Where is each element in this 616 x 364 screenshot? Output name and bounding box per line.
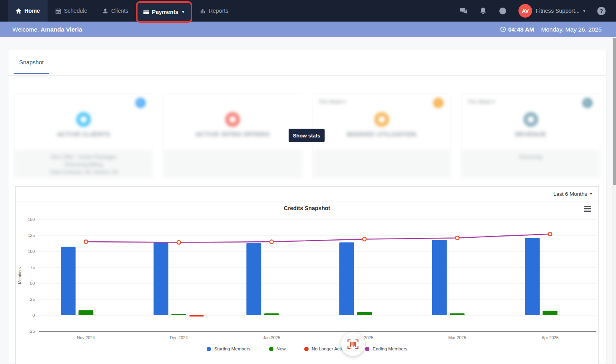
period-selector[interactable]: This Week ▾ (319, 99, 346, 105)
account-menu[interactable]: AV Fitness Support... ▾ (518, 4, 585, 18)
chart-title-row: Credits Snapshot (16, 201, 598, 217)
footer-line: Total Contract: 45, Alumni: 36 (15, 168, 153, 176)
gear-icon[interactable]: ↻ (433, 98, 443, 108)
card-footer: Intro Offer - Active Packages Recurring … (15, 150, 153, 178)
credit-card-icon (143, 9, 149, 15)
nav-schedule-label: Schedule (64, 8, 87, 14)
navbar-tools: AV Fitness Support... ▾ ? (460, 4, 616, 18)
range-chevron-down-icon: ▾ (590, 192, 592, 196)
svg-text:125: 125 (28, 233, 35, 238)
gear-icon[interactable]: ↻ (136, 98, 146, 108)
svg-text:Jan 2025: Jan 2025 (263, 335, 280, 340)
card-title: ACTIVE INTRO OFFERS (196, 131, 270, 137)
nav-reports[interactable]: Reports (192, 0, 236, 22)
tab-snapshot[interactable]: Snapshot (19, 59, 44, 66)
tab-bar: Snapshot (8, 50, 606, 76)
notifications-button[interactable] (479, 7, 487, 15)
legend-label: New (277, 346, 286, 351)
svg-text:150: 150 (28, 217, 35, 222)
card-title: ACTIVE CLIENTS (57, 131, 110, 137)
dashboard-page: Home Schedule Clients Payments ▼ Reports (0, 0, 616, 364)
donut-indicator (225, 112, 240, 127)
avatar[interactable]: AV (518, 4, 532, 18)
welcome-message: Welcome, Amanda Vieria (12, 26, 82, 33)
nav-payments-label: Payments (152, 9, 178, 15)
nav-payments[interactable]: Payments ▼ (138, 3, 191, 21)
footer-line: Recurring (462, 153, 600, 161)
stat-card-revenue: This Week ▾ ↻ REVENUE Recurring (462, 94, 600, 178)
donut-indicator (375, 112, 389, 127)
card-body: ↻ ACTIVE CLIENTS (15, 94, 153, 150)
svg-text:-25: -25 (29, 329, 35, 334)
vertical-scrollbar[interactable] (612, 37, 616, 364)
barcode-scan-button[interactable] (341, 332, 365, 356)
recent-activity-button[interactable] (499, 7, 506, 15)
stat-cards-row: ↻ ACTIVE CLIENTS Intro Offer - Active Pa… (8, 76, 606, 178)
svg-text:50: 50 (30, 281, 35, 286)
card-footer: Recurring (462, 150, 600, 178)
time-value: 04:48 AM (508, 26, 534, 33)
nav-schedule[interactable]: Schedule (48, 0, 95, 22)
footer-line: Intro Offer - Active Packages (15, 153, 153, 161)
messages-button[interactable] (460, 7, 467, 15)
home-icon (16, 8, 22, 14)
datetime-display: 04:48 AM Monday, May 26, 2025 (500, 26, 602, 33)
show-stats-button[interactable]: Show stats (289, 129, 325, 142)
nav-home[interactable]: Home (8, 0, 48, 22)
nav-clients[interactable]: Clients (95, 0, 136, 22)
donut-indicator (524, 112, 538, 127)
legend-dot (269, 347, 273, 351)
stat-card-active-intro-offers: ACTIVE INTRO OFFERS (164, 94, 302, 178)
svg-text:Dec 2024: Dec 2024 (170, 335, 188, 340)
card-body: This Week ▾ ↻ REVENUE (462, 94, 600, 150)
svg-text:Apr 2025: Apr 2025 (542, 335, 559, 340)
stat-card-active-clients: ↻ ACTIVE CLIENTS Intro Offer - Active Pa… (15, 94, 153, 178)
card-footer (164, 150, 302, 178)
range-selector-value: Last 6 Months (553, 191, 587, 197)
card-body: ACTIVE INTRO OFFERS (164, 94, 302, 150)
calendar-icon (55, 8, 61, 14)
help-button[interactable]: ? (597, 7, 606, 15)
person-icon (102, 8, 108, 14)
current-time: 04:48 AM (500, 26, 534, 33)
welcome-greeting: Welcome, (12, 26, 39, 33)
nav-clients-label: Clients (111, 8, 128, 14)
nav-home-label: Home (24, 8, 40, 14)
svg-text:25: 25 (30, 297, 35, 302)
legend-item[interactable]: No Longer Active (304, 346, 347, 351)
donut-indicator (76, 112, 91, 127)
legend-label: Starting Members (214, 346, 251, 351)
card-title: BOOKED UTILIZATION (347, 131, 416, 137)
gear-icon[interactable]: ↻ (582, 98, 592, 108)
card-title: REVENUE (515, 131, 546, 137)
credits-snapshot-chart: 1501251007550250-25MembersNov 2024Dec 20… (16, 217, 599, 348)
chat-icon (460, 7, 467, 15)
welcome-user-name: Amanda Vieria (41, 26, 82, 33)
scrollbar-thumb[interactable] (613, 38, 616, 185)
stat-card-booked-utilization: This Week ▾ ↻ BOOKED UTILIZATION (313, 94, 451, 178)
chart-legend: Starting MembersNewNo Longer ActiveEndin… (16, 346, 598, 351)
clock-icon (499, 7, 506, 15)
legend-item[interactable]: Ending Members (365, 346, 407, 351)
card-footer (313, 150, 451, 178)
legend-item[interactable]: Starting Members (207, 346, 251, 351)
range-selector-dropdown[interactable]: Last 6 Months ▾ (553, 191, 592, 197)
chart-menu-icon[interactable] (584, 206, 591, 213)
card-body: This Week ▾ ↻ BOOKED UTILIZATION (313, 94, 451, 150)
current-date: Monday, May 26, 2025 (541, 26, 602, 33)
bar-chart-icon (200, 8, 206, 14)
welcome-bar: Welcome, Amanda Vieria 04:48 AM Monday, … (0, 22, 616, 37)
bell-icon (479, 7, 487, 15)
footer-line: Recurring Billing (15, 161, 153, 168)
chevron-down-icon: ▼ (181, 10, 185, 14)
account-name: Fitness Support... (536, 8, 580, 14)
legend-dot (304, 347, 309, 351)
legend-dot (207, 347, 211, 351)
svg-text:Nov 2024: Nov 2024 (77, 335, 95, 340)
period-selector[interactable]: This Week ▾ (467, 99, 495, 105)
active-tab-underline (14, 73, 49, 74)
legend-item[interactable]: New (269, 346, 286, 351)
svg-text:75: 75 (30, 265, 35, 270)
svg-text:Mar 2025: Mar 2025 (449, 335, 466, 340)
credits-snapshot-panel: Last 6 Months ▾ Credits Snapshot 1501251… (15, 186, 599, 364)
